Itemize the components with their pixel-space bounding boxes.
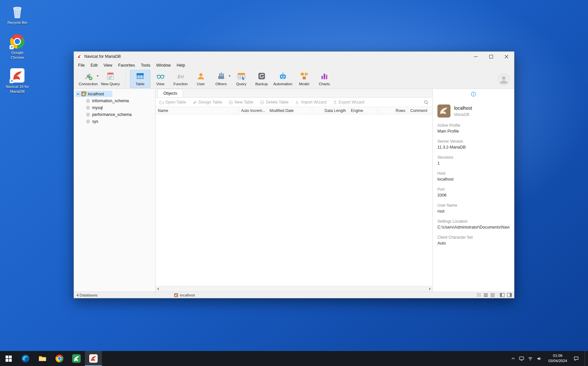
toolbar-button-backup[interactable]: Backup — [252, 70, 272, 88]
open-table-button[interactable]: Open Table — [159, 100, 186, 104]
tab-bar: Objects — [155, 89, 433, 98]
titlebar[interactable]: Navicat for MariaDB — [74, 52, 514, 61]
column-header-engine[interactable]: Engine — [349, 107, 378, 114]
desktop-surface[interactable]: Recycle Bin Google Chrome Navicat 16 for… — [0, 0, 588, 366]
tree-item-performance-schema[interactable]: performance_schema — [74, 111, 155, 118]
delete-table-minus-icon — [260, 100, 264, 104]
chrome-icon — [10, 34, 25, 49]
taskbar-navicat-button[interactable] — [85, 351, 102, 366]
taskbar-clock[interactable]: 01:06 03/04/2024 — [546, 353, 570, 363]
tree-item-information-schema[interactable]: information_schema — [74, 97, 155, 104]
menu-favorites[interactable]: Favorites — [115, 62, 138, 69]
toolbar-button-table[interactable]: Table — [130, 70, 150, 88]
caption-buttons — [468, 52, 514, 61]
desktop-icon-recycle-bin[interactable]: Recycle Bin — [3, 4, 31, 25]
info-panel: localhost MariaDB Active Profile Main Pr… — [433, 89, 514, 292]
info-field-port: Port 3306 — [437, 187, 510, 198]
design-table-pencil-icon — [193, 100, 197, 104]
taskbar-edge-button[interactable] — [17, 351, 34, 366]
info-field-user-name: User Name root — [437, 203, 510, 214]
info-icon[interactable] — [471, 92, 476, 97]
tray-chevron-up-icon[interactable] — [511, 357, 515, 360]
toolbar-button-user[interactable]: User — [191, 70, 211, 88]
object-toolbar: Open Table Design Table New Table Delete… — [155, 98, 433, 107]
toolbar-button-view[interactable]: View — [150, 70, 171, 88]
column-header-data-length[interactable]: Data Length — [312, 107, 349, 114]
toolbar-button-new-query[interactable]: New Query — [99, 70, 122, 88]
tray-network-icon[interactable] — [528, 357, 533, 361]
menu-help[interactable]: Help — [174, 62, 188, 69]
tree-item-localhost[interactable]: localhost — [74, 90, 155, 97]
scroll-right-arrow-icon[interactable] — [429, 288, 431, 290]
toolbar-button-function[interactable]: f(x) Function — [171, 70, 191, 88]
maximize-button[interactable] — [483, 52, 499, 61]
tray-monitor-icon[interactable] — [519, 357, 524, 361]
column-header-modified-date[interactable]: Modified Date — [267, 107, 312, 114]
list-view-icon[interactable] — [483, 293, 488, 297]
search-icon[interactable] — [424, 100, 429, 105]
toggle-right-pane-icon[interactable] — [507, 293, 512, 297]
delete-table-button[interactable]: Delete Table — [260, 100, 288, 104]
import-wizard-button[interactable]: Import Wizard — [295, 100, 326, 104]
status-bar: 4 Databases localhost — [74, 292, 514, 298]
desktop-icon-label: Recycle Bin — [8, 20, 27, 25]
window-content: localhost information_schema mysql — [74, 89, 514, 292]
grid-view-icon[interactable] — [490, 293, 495, 297]
design-table-button[interactable]: Design Table — [193, 100, 222, 104]
chevron-down-icon[interactable] — [76, 92, 80, 96]
automation-robot-icon — [278, 71, 287, 81]
toolbar-button-charts[interactable]: Charts — [314, 70, 335, 88]
scroll-left-arrow-icon[interactable] — [157, 288, 159, 290]
column-header-comment[interactable]: Comment — [408, 107, 433, 114]
action-center-icon[interactable] — [574, 356, 581, 361]
taskbar-file-explorer-button[interactable] — [34, 351, 51, 366]
desktop-icon-navicat16[interactable]: Navicat 16 for MariaDB — [3, 68, 31, 94]
menu-edit[interactable]: Edit — [88, 62, 101, 69]
horizontal-scrollbar[interactable] — [155, 286, 433, 292]
show-desktop-button[interactable] — [585, 351, 587, 366]
mariadb-logo-icon — [437, 104, 450, 118]
column-header-auto-increment[interactable]: Auto Increm... — [239, 107, 267, 114]
start-button[interactable] — [0, 351, 17, 366]
desktop-icon-label: Google Chrome — [4, 50, 30, 60]
menu-window[interactable]: Window — [153, 62, 173, 69]
user-avatar[interactable] — [498, 73, 510, 85]
connection-summary: localhost MariaDB — [437, 104, 510, 118]
others-dropdown-caret-icon[interactable] — [229, 75, 231, 77]
tree-item-sys[interactable]: sys — [74, 118, 155, 125]
connection-type: MariaDB — [454, 112, 472, 117]
toolbar-button-query[interactable]: Query — [231, 70, 252, 88]
info-field-host: Host localhost — [437, 171, 510, 182]
svg-text:f(x): f(x) — [178, 74, 184, 79]
new-table-button[interactable]: New Table — [229, 100, 253, 104]
tray-volume-icon[interactable] — [537, 357, 542, 361]
close-button[interactable] — [499, 52, 514, 61]
toolbar-button-automation[interactable]: Automation — [272, 70, 294, 88]
table-body-empty[interactable] — [155, 114, 433, 286]
edge-icon — [21, 354, 30, 363]
toolbar-button-others[interactable]: Others — [211, 70, 231, 88]
column-header-name[interactable]: Name — [155, 107, 239, 114]
menu-view[interactable]: View — [101, 62, 115, 69]
tab-objects[interactable]: Objects — [157, 89, 183, 97]
table-header: Name Auto Increm... Modified Date Data L… — [155, 107, 433, 114]
taskbar-chrome-button[interactable] — [51, 351, 68, 366]
export-wizard-button[interactable]: Export Wizard — [333, 100, 365, 104]
taskbar-green-app-button[interactable] — [68, 351, 85, 366]
minimize-button[interactable] — [468, 52, 483, 61]
connection-icon — [84, 71, 93, 81]
toolbar-button-model[interactable]: Model — [294, 70, 314, 88]
connection-dropdown-caret-icon[interactable] — [97, 75, 99, 77]
desktop-icon-google-chrome[interactable]: Google Chrome — [3, 34, 31, 60]
tree-item-label: performance_schema — [92, 112, 132, 117]
menu-file[interactable]: File — [75, 62, 88, 69]
toolbar-button-connection[interactable]: Connection — [77, 70, 99, 88]
green-app-icon — [72, 354, 81, 363]
menu-tools[interactable]: Tools — [138, 62, 153, 69]
toggle-left-pane-icon[interactable] — [500, 293, 505, 297]
tree-item-mysql[interactable]: mysql — [74, 104, 155, 111]
info-field-active-profile: Active Profile Main Profile — [437, 123, 510, 134]
chrome-icon — [56, 355, 63, 362]
detail-view-icon[interactable] — [477, 293, 481, 297]
column-header-rows[interactable]: Rows — [378, 107, 408, 114]
